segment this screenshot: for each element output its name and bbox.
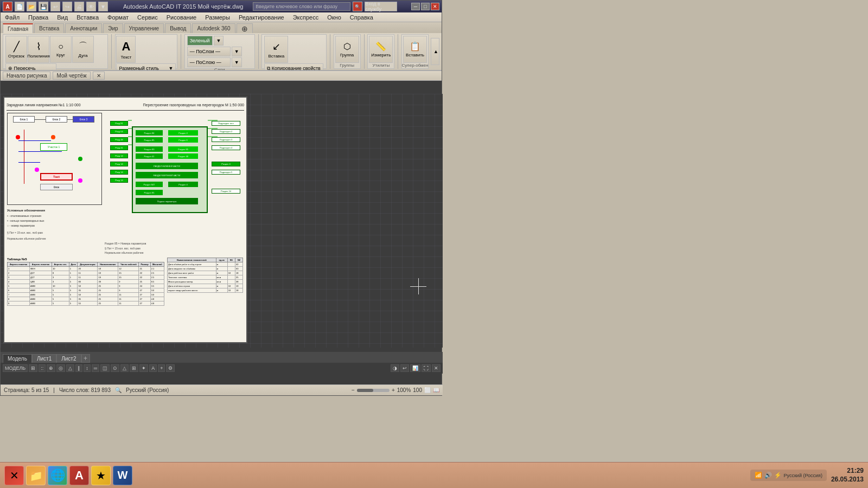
qat-plot[interactable]: 🖨 bbox=[74, 2, 84, 11]
btn-layer-dropdown[interactable]: ▼ bbox=[214, 36, 224, 46]
btn-status[interactable]: 📊 bbox=[410, 364, 420, 372]
btn-start-drawing[interactable]: Начало рисунка bbox=[3, 72, 50, 80]
btn-undo-s[interactable]: ↩ bbox=[400, 364, 409, 372]
btn-otrack[interactable]: ∥ bbox=[75, 364, 82, 372]
menu-tools[interactable]: Сервис bbox=[135, 14, 160, 21]
btn-close-tab[interactable]: ✕ bbox=[93, 72, 105, 80]
qat-more[interactable]: ▼ bbox=[98, 2, 108, 11]
qat-preview[interactable]: 👁 bbox=[86, 2, 96, 11]
dim-style-dropdown[interactable]: ▼ bbox=[169, 66, 174, 70]
menu-window[interactable]: Окно bbox=[325, 14, 343, 21]
zoom-out-btn[interactable]: − bbox=[352, 387, 355, 393]
btn-anno-vis[interactable]: A bbox=[149, 364, 157, 372]
tab-eir[interactable]: Эир bbox=[103, 23, 123, 33]
tab-insert[interactable]: Вставка bbox=[34, 23, 64, 33]
btn-layer-state[interactable]: Зеленый bbox=[187, 36, 213, 46]
tab-home[interactable]: Главная bbox=[3, 23, 33, 33]
btn-snap[interactable]: ⊞ bbox=[29, 364, 37, 372]
close-button[interactable]: ✕ bbox=[431, 3, 439, 10]
taskbar-icon-word[interactable]: W bbox=[113, 466, 132, 485]
btn-isolate[interactable]: ◑ bbox=[391, 364, 399, 372]
btn-linetype[interactable]: — ПоСлои — bbox=[187, 47, 231, 56]
btn-group[interactable]: ⬡ Группа bbox=[335, 36, 359, 63]
tab-annotate[interactable]: Аннотации bbox=[65, 23, 102, 33]
btn-linetype-dropdown[interactable]: ▼ bbox=[232, 47, 242, 56]
minimize-button[interactable]: ─ bbox=[411, 3, 420, 10]
btn-copy-props[interactable]: ⧉ Копирование свойств bbox=[264, 63, 323, 70]
menu-insert[interactable]: Вставка bbox=[74, 14, 101, 21]
tab-model[interactable]: Модель bbox=[3, 354, 32, 363]
btn-full[interactable]: ⛶ bbox=[422, 364, 431, 372]
btn-intersect[interactable]: ⊕ Пересечь bbox=[5, 63, 56, 70]
menu-draw[interactable]: Рисование bbox=[164, 14, 199, 21]
td: 5 bbox=[52, 293, 69, 297]
qat-redo[interactable]: ↪ bbox=[62, 2, 72, 11]
drawing-canvas[interactable]: Y X Зарядная линия напряжения №1 1:10 00… bbox=[1, 94, 443, 348]
menu-help[interactable]: Справка bbox=[348, 14, 375, 21]
view-reading-btn[interactable]: 📖 bbox=[433, 387, 439, 393]
menu-edit[interactable]: Правка bbox=[26, 14, 50, 21]
tab-manage[interactable]: Управление bbox=[124, 23, 164, 33]
taskbar-icon-star[interactable]: ★ bbox=[91, 466, 111, 485]
btn-polar[interactable]: ◎ bbox=[56, 364, 65, 372]
tab-sheet2[interactable]: Лист2 bbox=[56, 354, 81, 363]
btn-osnap[interactable]: △ bbox=[66, 364, 74, 372]
zoom-value-btn[interactable]: 100 bbox=[413, 387, 422, 393]
btn-text[interactable]: A Текст bbox=[116, 36, 136, 63]
qat-save[interactable]: 💾 bbox=[39, 2, 48, 11]
taskbar-icon-autocad[interactable]: A bbox=[69, 466, 89, 485]
search-input[interactable]: Введите ключевое слово или фразу bbox=[253, 2, 350, 11]
btn-polyline[interactable]: ⌇ Полилиния bbox=[28, 36, 49, 63]
tab-sheet1[interactable]: Лист1 bbox=[32, 354, 56, 363]
zoom-in-btn[interactable]: + bbox=[392, 387, 395, 393]
tab-add[interactable]: + bbox=[81, 354, 90, 363]
search-button[interactable]: 🔍 bbox=[353, 2, 362, 11]
tab-autodesk360[interactable]: Autodesk 360 bbox=[192, 23, 235, 33]
qat-undo[interactable]: ↩ bbox=[50, 2, 60, 11]
btn-dynin[interactable]: ↕ bbox=[84, 364, 91, 372]
btn-linewidth[interactable]: ═ bbox=[92, 364, 99, 372]
btn-insert[interactable]: ↙ Вставка bbox=[264, 36, 288, 63]
btn-dynucs[interactable]: ⊞ bbox=[130, 364, 138, 372]
btn-transpar[interactable]: ◫ bbox=[100, 364, 110, 372]
btn-circle[interactable]: ○ Круг bbox=[50, 36, 72, 63]
taskbar-icon-folder[interactable]: 📁 bbox=[26, 466, 46, 485]
tab-add[interactable]: ⊕ bbox=[237, 23, 253, 33]
menu-express[interactable]: Экспресс bbox=[291, 14, 321, 21]
view-normal-btn[interactable]: ⬜ bbox=[424, 387, 431, 393]
btn-ws-set[interactable]: ⚙ bbox=[166, 364, 175, 372]
btn-sel-cycle[interactable]: ⊙ bbox=[111, 364, 119, 372]
btn-lineweight[interactable]: — ПоСлою — bbox=[187, 57, 231, 67]
btn-paste[interactable]: 📋 Вставить bbox=[403, 36, 427, 63]
btn-line[interactable]: ╱ Отрезок bbox=[5, 36, 27, 63]
btn-collapse-ribbon[interactable]: ▲ bbox=[431, 38, 439, 65]
maximize-button[interactable]: □ bbox=[421, 3, 430, 10]
app-icon[interactable]: A bbox=[3, 2, 12, 11]
btn-3dosnap[interactable]: △ bbox=[120, 364, 129, 372]
sign-in[interactable]: Вход в службу bbox=[365, 2, 397, 11]
std: 10 bbox=[227, 271, 235, 275]
tab-output[interactable]: Вывод bbox=[165, 23, 191, 33]
menu-format[interactable]: Формат bbox=[105, 14, 131, 21]
zoom-slider[interactable] bbox=[357, 389, 390, 392]
taskbar-icon-browser[interactable]: 🌐 bbox=[48, 466, 67, 485]
menu-modify[interactable]: Редактирование bbox=[237, 14, 286, 21]
btn-my-drawing[interactable]: Мой чертёж bbox=[53, 72, 90, 80]
btn-clean[interactable]: ✦ bbox=[139, 364, 148, 372]
qat-new[interactable]: 📄 bbox=[15, 2, 24, 11]
status-model[interactable]: МОДЕЛЬ bbox=[3, 364, 28, 372]
menu-file[interactable]: Файл bbox=[3, 14, 22, 21]
menu-dimension[interactable]: Размеры bbox=[203, 14, 232, 21]
btn-grid[interactable]: :: bbox=[39, 364, 46, 372]
btn-dim-style[interactable]: Размерный стиль ▼ bbox=[116, 63, 176, 70]
btn-ortho[interactable]: ⊕ bbox=[47, 364, 55, 372]
btn-measure[interactable]: 📏 Измерить bbox=[369, 36, 393, 63]
btn-anno-scale[interactable]: + bbox=[158, 364, 165, 372]
btn-close-viewport[interactable]: ✕ bbox=[432, 364, 441, 372]
btn-arc[interactable]: ⌒ Дуга bbox=[72, 36, 94, 63]
qat-open[interactable]: 📂 bbox=[27, 2, 36, 11]
taskbar-icon-antivirus[interactable]: ✕ bbox=[4, 466, 24, 485]
btn-lineweight-dropdown[interactable]: ▼ bbox=[232, 57, 242, 67]
divider-3 bbox=[258, 34, 259, 69]
menu-view[interactable]: Вид bbox=[55, 14, 70, 21]
